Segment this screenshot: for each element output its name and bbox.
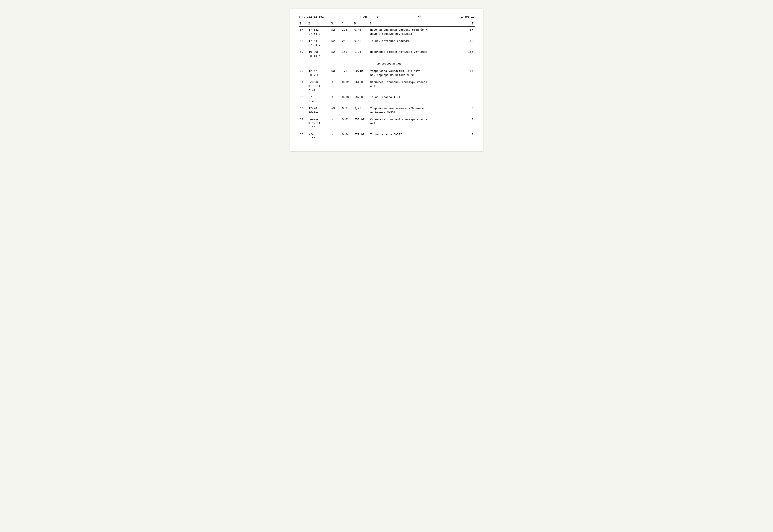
row-val: 57: [459, 27, 475, 37]
row-qty: I6I,00: [353, 79, 369, 93]
row-ref: Ценник№ Iч.IIп.I3: [307, 117, 330, 131]
table-row: 63 I2–7020–9–в м3 0,8 3,7I Устройство мо…: [299, 105, 475, 115]
row-ref: I9–20528–I3–в: [307, 49, 330, 59]
col-header-1: I: [299, 21, 307, 27]
main-table: I 2 3 4 5 6 7 57 I7–63227–54–в м2 I26 0,…: [299, 21, 475, 143]
header-divider-top: [299, 20, 475, 20]
table-row: 59 I9–20528–I3–в м2 I5I I,03 Проклейка с…: [299, 49, 475, 59]
left-reference: т.п. 262–12–151: [299, 15, 324, 18]
row-unit: т: [330, 79, 341, 93]
row-ref: Ценник№ Iч.IIп.4I: [307, 79, 330, 93]
row-num: 57: [299, 27, 307, 37]
center-left-reference: ( УМ ) ч I: [359, 15, 378, 18]
row-num: 60: [299, 68, 307, 78]
row-val: I3: [459, 38, 475, 48]
section-label: г) оркестровая яма: [299, 60, 475, 67]
row-val: 3: [459, 117, 475, 131]
row-desc: Проклейка стен и потолков миткалем: [369, 49, 459, 59]
row-unit: м2: [330, 27, 341, 37]
row-unit: м3: [330, 105, 341, 115]
row-val: 3: [459, 105, 475, 115]
row-desc: То же, потолков белилами: [369, 38, 459, 48]
row-num: 6I: [299, 79, 307, 93]
row-desc: То же, класса А–III: [369, 132, 459, 142]
row-desc: То же, класса А–III: [369, 94, 459, 104]
row-code: 0,03: [341, 94, 353, 104]
row-unit: т: [330, 117, 341, 131]
row-qty: I,03: [353, 49, 369, 59]
row-code: I26: [341, 27, 353, 37]
row-code: 0,02: [341, 117, 353, 131]
row-unit: м3: [330, 68, 341, 78]
table-row: 64 Ценник№ Iч.IIп.I3 т 0,02 I53,00 Стоим…: [299, 117, 475, 131]
table-row: 62 –"–п.43 т 0,03 I87,00 То же, класса А…: [299, 94, 475, 104]
col-header-3: 3: [330, 21, 341, 27]
table-row: 58 I7–64I27–54–м м2 25 0,5I То же, потол…: [299, 38, 475, 48]
row-code: 0,02: [341, 79, 353, 93]
row-code: 0,04: [341, 132, 353, 142]
row-code: I5I: [341, 49, 353, 59]
col-header-6: 6: [369, 21, 459, 27]
row-unit: м2: [330, 49, 341, 59]
row-num: 63: [299, 105, 307, 115]
page: т.п. 262–12–151 ( УМ ) ч I – 44 – 14395–…: [290, 9, 483, 151]
table-row: 6I Ценник№ Iч.IIп.4I т 0,02 I6I,00 Стоим…: [299, 79, 475, 93]
row-num: 62: [299, 94, 307, 104]
table-row: 57 I7–63227–54–в м2 I26 0,45 Простая мас…: [299, 27, 475, 37]
row-desc: Устройство монолитных ж/б вота-вок барье…: [369, 68, 459, 78]
table-row: 65 –"–п.I5 т 0,04 I79,00 То же, класса А…: [299, 132, 475, 142]
row-desc: Устройство монолитного ж/б поясаиз бетон…: [369, 105, 459, 115]
row-num: 59: [299, 49, 307, 59]
row-desc: Стоимость товарной арматуры классаА–I: [369, 79, 459, 93]
right-reference: 14395–12: [461, 15, 474, 18]
col-header-7: 7: [459, 21, 475, 27]
row-code: 0,8: [341, 105, 353, 115]
row-val: I56: [459, 49, 475, 59]
table-row: 60 I2–4720–7–а м3 I,I I0,40 Устройство м…: [299, 68, 475, 78]
row-qty: I53,00: [353, 117, 369, 131]
col-header-4: 4: [341, 21, 353, 27]
page-number: – 44 –: [414, 15, 425, 18]
row-desc: Простая масляная окраска стен бели-лами …: [369, 27, 459, 37]
top-header: т.п. 262–12–151 ( УМ ) ч I – 44 – 14395–…: [299, 15, 475, 18]
row-qty: I79,00: [353, 132, 369, 142]
row-ref: I2–4720–7–а: [307, 68, 330, 78]
row-ref: –"–п.I5: [307, 132, 330, 142]
column-header-row: I 2 3 4 5 6 7: [299, 21, 475, 27]
row-unit: т: [330, 94, 341, 104]
row-num: 64: [299, 117, 307, 131]
row-ref: I7–64I27–54–м: [307, 38, 330, 48]
row-qty: 3,7I: [353, 105, 369, 115]
table-container: I 2 3 4 5 6 7 57 I7–63227–54–в м2 I26 0,…: [299, 21, 475, 143]
row-qty: I0,40: [353, 68, 369, 78]
row-qty: 0,45: [353, 27, 369, 37]
row-code: 25: [341, 38, 353, 48]
row-qty: 0,5I: [353, 38, 369, 48]
row-val: 7: [459, 132, 475, 142]
table-row: г) оркестровая яма: [299, 60, 475, 67]
spacer-row: [299, 142, 475, 143]
row-val: 6: [459, 94, 475, 104]
row-unit: м2: [330, 38, 341, 48]
row-qty: I87,00: [353, 94, 369, 104]
row-desc: Стоимость товарной арматуры классаА–I: [369, 117, 459, 131]
row-num: 65: [299, 132, 307, 142]
row-ref: –"–п.43: [307, 94, 330, 104]
row-unit: т: [330, 132, 341, 142]
col-header-2: 2: [307, 21, 330, 27]
col-header-5: 5: [353, 21, 369, 27]
row-val: II: [459, 68, 475, 78]
row-ref: I7–63227–54–в: [307, 27, 330, 37]
row-num: 58: [299, 38, 307, 48]
row-val: 3: [459, 79, 475, 93]
row-code: I,I: [341, 68, 353, 78]
row-ref: I2–7020–9–в: [307, 105, 330, 115]
